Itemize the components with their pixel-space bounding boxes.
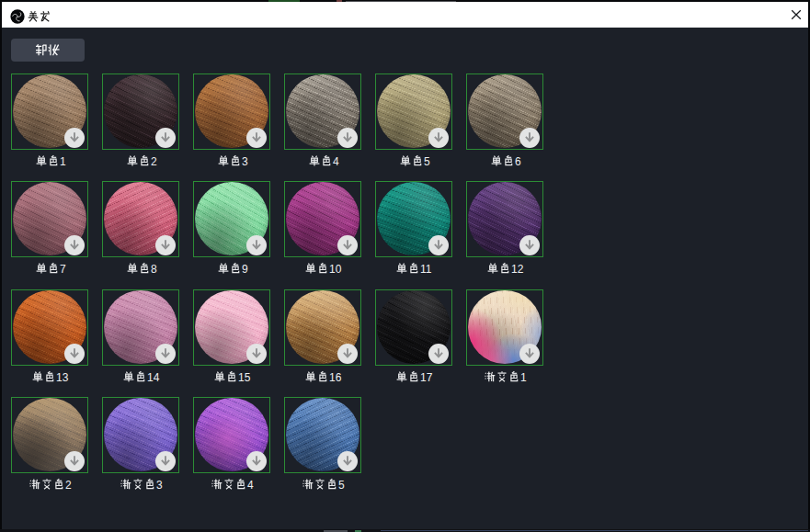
svg-text:1: 1 — [520, 371, 527, 384]
svg-text:11: 11 — [420, 263, 432, 276]
svg-text:2: 2 — [65, 479, 72, 492]
svg-text:7: 7 — [60, 263, 66, 276]
svg-text:12: 12 — [511, 263, 524, 276]
svg-text:6: 6 — [515, 155, 521, 168]
svg-text:9: 9 — [242, 263, 248, 276]
svg-text:3: 3 — [156, 479, 163, 492]
svg-text:17: 17 — [420, 371, 433, 384]
svg-text:4: 4 — [247, 479, 254, 492]
svg-text:16: 16 — [329, 371, 342, 384]
svg-text:10: 10 — [329, 263, 342, 276]
svg-text:2: 2 — [151, 155, 157, 168]
svg-text:1: 1 — [60, 155, 66, 168]
svg-text:5: 5 — [338, 479, 345, 492]
svg-text:4: 4 — [333, 155, 339, 168]
svg-text:13: 13 — [56, 371, 69, 384]
svg-text:8: 8 — [151, 263, 157, 276]
svg-text:14: 14 — [147, 371, 160, 384]
svg-text:15: 15 — [238, 371, 251, 384]
svg-text:5: 5 — [424, 155, 430, 168]
svg-text:3: 3 — [242, 155, 248, 168]
